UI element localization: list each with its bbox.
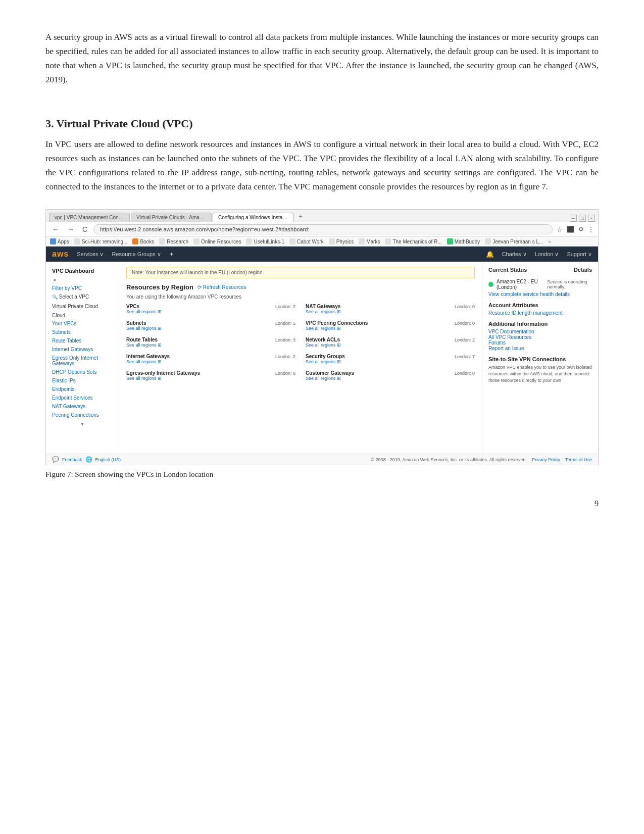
- sidebar-virtual-private-cloud: Virtual Private Cloud: [46, 301, 119, 310]
- cgws-see-all[interactable]: See all regions ⊞: [306, 376, 475, 381]
- tab-configuring-windows[interactable]: Configuring a Windows Instance ×: [213, 213, 293, 222]
- sidebar-internet-gateways[interactable]: Internet Gateways: [46, 345, 119, 354]
- close-button[interactable]: ×: [588, 215, 595, 222]
- status-description: Service is operating normally.: [547, 279, 592, 289]
- resource-customer-gateways: Customer Gateways London: 0 See all regi…: [306, 370, 475, 381]
- eigws-label: Egress-only Internet Gateways: [126, 370, 200, 376]
- bookmark-usefullinks[interactable]: UsefulLinks-1: [246, 238, 284, 244]
- account-attributes-title: Account Attributes: [488, 302, 592, 308]
- vpcs-count: London: 2: [275, 304, 295, 309]
- copyright-text: © 2008 - 2019, Amazon Web Services, Inc.…: [371, 457, 527, 462]
- vpn-description: Amazon VPC enables you to use your own i…: [488, 364, 592, 383]
- resource-peering: VPC Peering Connections London: 0 See al…: [306, 320, 475, 331]
- peering-label: VPC Peering Connections: [306, 320, 368, 326]
- terms-link[interactable]: Terms of Use: [565, 457, 592, 462]
- sidebar-dhcp-options[interactable]: DHCP Options Sets: [46, 368, 119, 376]
- mechanics-icon: [385, 238, 391, 244]
- window-controls: ─ □ ×: [570, 215, 595, 222]
- sidebar-cloud-label: Cloud: [46, 310, 119, 319]
- back-button[interactable]: ←: [50, 224, 61, 234]
- footer-right: © 2008 - 2019, Amazon Web Services, Inc.…: [371, 457, 592, 462]
- url-bar[interactable]: https://eu-west-2.console.aws.amazon.com…: [93, 224, 553, 234]
- bookmark-marks[interactable]: Marks: [359, 238, 380, 244]
- vpcs-see-all[interactable]: See all regions ⊞: [126, 309, 295, 314]
- aws-logo: aws: [52, 250, 69, 259]
- bookmark-apps[interactable]: Apps: [50, 238, 69, 244]
- bookmark-research[interactable]: Research: [159, 238, 188, 244]
- resource-id-link[interactable]: Resource ID length management: [488, 310, 592, 316]
- sidebar-scroll-down-icon[interactable]: ▼: [80, 421, 85, 427]
- acls-count: London: 2: [455, 337, 475, 342]
- aws-bell-icon[interactable]: 🔔: [486, 251, 494, 258]
- view-health-link[interactable]: View complete service health details: [488, 291, 592, 297]
- add-tab-button[interactable]: +: [294, 212, 307, 222]
- route-tables-see-all[interactable]: See all regions ⊞: [126, 342, 295, 348]
- vpn-title: Site-to-Site VPN Connections: [488, 356, 592, 362]
- sg-see-all[interactable]: See all regions ⊞: [306, 359, 475, 364]
- aws-topbar: aws Services ∨ Resource Groups ∨ ✦ 🔔 Cha…: [46, 247, 598, 262]
- nav-icon-1: ⬛: [567, 226, 574, 233]
- bookmark-scihub[interactable]: Sci-Hub: removing...: [74, 238, 128, 244]
- sidebar-endpoints[interactable]: Endpoints: [46, 385, 119, 394]
- subnets-count: London: 5: [275, 321, 295, 326]
- aws-region-nav[interactable]: London ∨: [535, 251, 559, 258]
- feedback-label[interactable]: Feedback: [62, 457, 82, 462]
- browser-nav: ← → C https://eu-west-2.console.aws.amaz…: [46, 222, 598, 237]
- footer-left: 💬 Feedback 🌐 English (US): [52, 456, 121, 463]
- resource-network-acls: Network ACLs London: 2 See all regions ⊞: [306, 337, 475, 348]
- search-icon: 🔍: [52, 295, 58, 300]
- bookmark-jeevan[interactable]: Jeevan Premaan s L...: [485, 238, 543, 244]
- bookmarks-overflow[interactable]: »: [548, 239, 551, 244]
- bookmark-mathbuddy[interactable]: MathBuddy: [447, 238, 480, 244]
- marks-icon: [359, 238, 365, 244]
- tab-virtual-private[interactable]: Virtual Private Clouds - Amazon ×: [131, 213, 212, 222]
- bookmark-online-resources[interactable]: Online Resources: [193, 238, 241, 244]
- aws-user-nav[interactable]: Charles ∨: [502, 251, 527, 258]
- forums-link[interactable]: Forums: [488, 340, 592, 346]
- aws-services-nav[interactable]: Services ∨: [77, 251, 104, 258]
- aws-resource-groups-nav[interactable]: Resource Groups ∨: [112, 251, 161, 258]
- research-icon: [159, 238, 165, 244]
- aws-support-nav[interactable]: Support ∨: [567, 251, 592, 258]
- sidebar-elastic-ips[interactable]: Elastic IPs: [46, 376, 119, 385]
- sidebar-peering-connections[interactable]: Peering Connections: [46, 411, 119, 419]
- reload-button[interactable]: C: [80, 224, 89, 234]
- bookmark-star[interactable]: ☆: [557, 226, 563, 233]
- bookmark-books[interactable]: Books: [132, 238, 154, 244]
- refresh-button[interactable]: ⟳ Refresh Resources: [197, 284, 246, 290]
- route-tables-label: Route Tables: [126, 337, 158, 342]
- bookmark-physics[interactable]: Physics: [329, 238, 354, 244]
- subnets-see-all[interactable]: See all regions ⊞: [126, 326, 295, 331]
- nav-icon-2: ⚙: [578, 226, 584, 233]
- nat-see-all[interactable]: See all regions ⊞: [306, 309, 475, 314]
- peering-see-all[interactable]: See all regions ⊞: [306, 326, 475, 331]
- report-issue-link[interactable]: Report an Issue: [488, 346, 592, 351]
- language-label[interactable]: English (US): [95, 457, 121, 462]
- resources-grid: VPCs London: 2 See all regions ⊞ NAT Gat…: [126, 304, 475, 385]
- minimize-button[interactable]: ─: [570, 215, 577, 222]
- sidebar-route-tables[interactable]: Route Tables: [46, 336, 119, 345]
- filter-arrow-icon: ◄: [52, 277, 57, 282]
- igws-see-all[interactable]: See all regions ⊞: [126, 359, 295, 364]
- acls-see-all[interactable]: See all regions ⊞: [306, 342, 475, 348]
- sidebar-nat-gateways[interactable]: NAT Gateways: [46, 402, 119, 411]
- forward-button[interactable]: →: [65, 224, 76, 234]
- sidebar-endpoint-services[interactable]: Endpoint Services: [46, 394, 119, 402]
- bookmark-cabot[interactable]: Cabot Work: [289, 238, 324, 244]
- sidebar-subnets[interactable]: Subnets: [46, 328, 119, 336]
- bookmark-mechanics[interactable]: The Mechanics of R...: [385, 238, 441, 244]
- select-vpc-dropdown[interactable]: 🔍 Select a VPC: [46, 292, 119, 301]
- paragraph-2: In VPC users are allowed to define netwo…: [45, 137, 599, 194]
- vpc-documentation-link[interactable]: VPC Documentation: [488, 329, 592, 334]
- privacy-policy-link[interactable]: Privacy Policy: [532, 457, 560, 462]
- aws-right-panel: Current Status Details Amazon EC2 - EU (…: [482, 262, 598, 454]
- tab-vpc-management[interactable]: vpc | VPC Management Console ×: [49, 213, 130, 222]
- nav-overflow[interactable]: ⋮: [588, 226, 594, 233]
- vpcs-label: VPCs: [126, 304, 139, 309]
- sidebar-your-vpcs[interactable]: Your VPCs: [46, 319, 119, 328]
- sidebar-egress-gateways[interactable]: Egress Only Internet Gateways: [46, 354, 119, 368]
- maximize-button[interactable]: □: [579, 215, 586, 222]
- aws-gear-icon[interactable]: ✦: [169, 251, 174, 258]
- eigws-see-all[interactable]: See all regions ⊞: [126, 376, 295, 381]
- all-vpc-resources-link[interactable]: All VPC Resources: [488, 334, 592, 340]
